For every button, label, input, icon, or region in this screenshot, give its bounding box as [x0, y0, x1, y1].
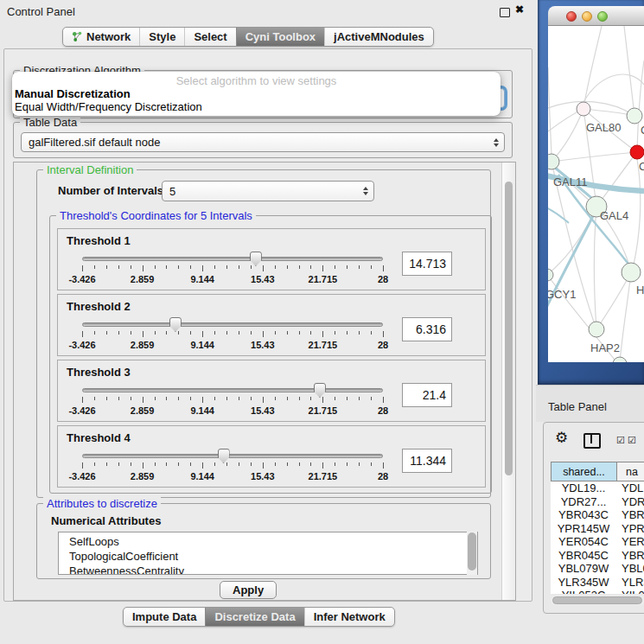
zoom-traffic-light[interactable]: [597, 11, 608, 22]
attribute-list-scrollbar[interactable]: [467, 532, 477, 575]
threshold-slider[interactable]: -3.4262.8599.14415.4321.71528: [82, 252, 383, 288]
column-header-shared-name[interactable]: shared...: [552, 462, 617, 481]
tab-infer-network[interactable]: Infer Network: [304, 608, 394, 626]
tab-style[interactable]: Style: [139, 28, 184, 46]
tab-select[interactable]: Select: [184, 28, 235, 46]
threshold-panel: Threshold 3 -3.4262.8599.14415.4321.7152…: [57, 360, 486, 422]
table-row[interactable]: YIL053CYIL0: [551, 589, 644, 594]
attribute-item[interactable]: BetweennessCentrality: [59, 564, 477, 575]
slider-thumb[interactable]: [169, 317, 182, 332]
attribute-item[interactable]: TopologicalCoefficient: [59, 549, 477, 564]
table-horizontal-scrollbar[interactable]: [551, 596, 644, 605]
table-row[interactable]: YBR043CYBR0: [551, 508, 644, 522]
slider-ticks: [82, 397, 383, 404]
threshold-value-field[interactable]: 21.4: [402, 383, 452, 407]
cell-name: YBL0: [616, 562, 644, 576]
tab-label: Infer Network: [314, 610, 386, 623]
attribute-item[interactable]: SelfLoops: [59, 534, 477, 549]
network-window-titlebar[interactable]: [548, 6, 644, 26]
cell-name: YER0: [616, 535, 644, 549]
table-row[interactable]: YDR27...YDR2: [551, 495, 644, 509]
minimize-traffic-light[interactable]: [582, 11, 592, 22]
group-title: Interval Definition: [43, 163, 137, 176]
node-attribute-table[interactable]: shared... na YDL19...YDL1YDR27...YDR2YBR…: [551, 462, 644, 594]
threshold-value-field[interactable]: 6.316: [402, 317, 452, 341]
settings-vertical-scrollbar[interactable]: [501, 163, 515, 600]
slider-ticks: [82, 331, 383, 338]
table-row[interactable]: YBR045CYBR0: [551, 549, 644, 563]
threshold-panel: Threshold 2 -3.4262.8599.14415.4321.7152…: [57, 294, 486, 356]
node-label: H: [636, 284, 644, 296]
combo-stepper-icon[interactable]: [363, 187, 373, 195]
algorithm-option[interactable]: Manual Discretization: [12, 87, 501, 100]
tab-discretize-data[interactable]: Discretize Data: [205, 608, 303, 626]
apply-button[interactable]: Apply: [220, 581, 277, 599]
cell-name: YLR3: [616, 576, 644, 590]
threshold-panel: Threshold 4 -3.4262.8599.14415.4321.7152…: [57, 425, 486, 488]
split-view-icon[interactable]: [583, 433, 601, 449]
slider-track[interactable]: [82, 454, 383, 458]
slider-thumb[interactable]: [250, 252, 262, 266]
network-graph: GAL80 GA C GAL11 GAL4 GCY1 H HAP2: [548, 26, 644, 362]
close-traffic-light[interactable]: [566, 11, 577, 22]
slider-track[interactable]: [82, 257, 383, 261]
slider-tick-labels: -3.4262.8599.14415.4321.71528: [82, 340, 383, 351]
node-hap2[interactable]: [589, 322, 604, 337]
checkbox-icon[interactable]: ☑: [616, 435, 625, 446]
gear-icon[interactable]: ⚙: [555, 430, 568, 446]
node-label: GCY1: [548, 288, 576, 301]
table-panel-title: Table Panel: [548, 400, 607, 413]
threshold-slider[interactable]: -3.4262.8599.14415.4321.71528: [82, 383, 383, 419]
threshold-slider[interactable]: -3.4262.8599.14415.4321.71528: [82, 449, 383, 485]
node-label: GAL80: [586, 121, 621, 134]
table-row[interactable]: YLR345WYLR3: [551, 576, 644, 590]
node-gal80[interactable]: [577, 102, 590, 116]
node-label: HAP2: [590, 341, 620, 354]
combo-stepper-icon[interactable]: [494, 138, 504, 147]
number-of-intervals-value: 5: [169, 185, 175, 198]
table-row[interactable]: YDL19...YDL1: [551, 481, 644, 495]
tab-cyni-toolbox[interactable]: Cyni Toolbox: [236, 28, 324, 46]
cell-name: YBR0: [616, 508, 644, 522]
threshold-coordinates-group: Threshold's Coordinates for 5 Intervals …: [49, 215, 492, 494]
threshold-value-field[interactable]: 14.713: [402, 252, 452, 276]
threshold-slider[interactable]: -3.4262.8599.14415.4321.71528: [82, 317, 383, 354]
node-selected-red[interactable]: [630, 145, 644, 159]
network-canvas[interactable]: GAL80 GA C GAL11 GAL4 GCY1 H HAP2: [548, 26, 644, 362]
float-window-icon[interactable]: [500, 8, 510, 17]
algorithm-option[interactable]: Equal Width/Frequency Discretization: [12, 100, 501, 113]
scrollbar-thumb[interactable]: [552, 596, 642, 604]
slider-track[interactable]: [82, 322, 383, 327]
numerical-attribute-list[interactable]: SelfLoopsTopologicalCoefficientBetweenne…: [58, 532, 478, 575]
scrollbar-thumb[interactable]: [505, 182, 513, 475]
node-gal11[interactable]: [548, 154, 559, 169]
close-icon[interactable]: ✖: [515, 3, 524, 16]
node-partial-bottom[interactable]: [613, 357, 627, 362]
column-header-name[interactable]: na: [617, 462, 644, 481]
table-row[interactable]: YBL079WYBL0: [551, 562, 644, 576]
checkbox-icon[interactable]: ☑: [628, 435, 636, 446]
slider-thumb[interactable]: [218, 449, 230, 463]
cell-shared-name: YBR043C: [551, 508, 616, 522]
table-data-value: galFiltered.sif default node: [29, 136, 160, 149]
edges[interactable]: [548, 26, 644, 362]
node-partial-top-right[interactable]: [627, 108, 642, 124]
tab-network[interactable]: Network: [63, 28, 139, 46]
panel-title: Control Panel: [7, 5, 75, 18]
table-panel-header: Table Panel: [536, 385, 644, 422]
slider-tick-labels: -3.4262.8599.14415.4321.71528: [82, 274, 383, 285]
table-row[interactable]: YER054CYER0: [551, 535, 644, 549]
tab-impute-data[interactable]: Impute Data: [124, 608, 205, 626]
threshold-value-field[interactable]: 11.344: [402, 449, 452, 473]
node-partial-right[interactable]: [622, 263, 641, 282]
slider-ticks: [82, 265, 383, 272]
number-of-intervals-combobox[interactable]: 5: [162, 181, 374, 201]
tab-jactivemnodules[interactable]: jActiveMNodules: [324, 28, 433, 46]
slider-thumb[interactable]: [314, 383, 326, 398]
slider-track[interactable]: [82, 388, 383, 392]
tab-label: Impute Data: [132, 610, 196, 623]
cell-name: YIL0: [616, 589, 644, 594]
table-data-combobox[interactable]: galFiltered.sif default node: [21, 132, 505, 152]
table-data-group: Table Data galFiltered.sif default node: [13, 122, 513, 158]
table-row[interactable]: YPR145WYPR1: [551, 522, 644, 536]
